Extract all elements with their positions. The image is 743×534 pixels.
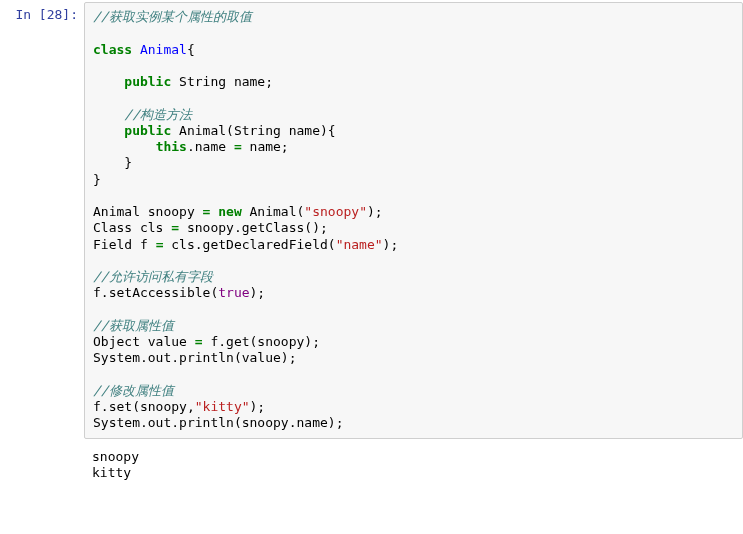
- code-block[interactable]: //获取实例某个属性的取值 class Animal{ public Strin…: [93, 9, 734, 432]
- input-area[interactable]: //获取实例某个属性的取值 class Animal{ public Strin…: [84, 2, 743, 439]
- output-text: snoopy kitty: [92, 449, 735, 482]
- output-cell: snoopy kitty: [0, 441, 743, 490]
- output-prompt: [0, 443, 84, 448]
- input-prompt: In [28]:: [0, 2, 84, 22]
- output-area: snoopy kitty: [84, 443, 743, 488]
- input-cell: In [28]: //获取实例某个属性的取值 class Animal{ pub…: [0, 0, 743, 441]
